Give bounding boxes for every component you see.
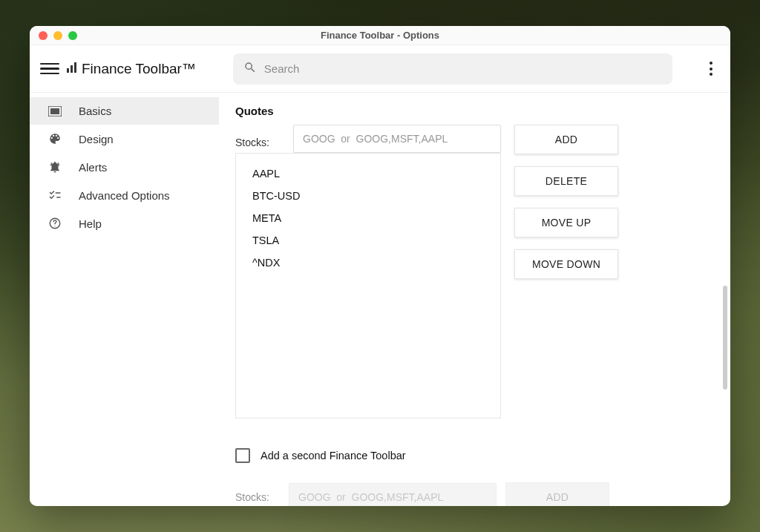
titlebar: Finance Toolbar - Options <box>30 26 730 45</box>
sidebar: Basics Design Alerts Advanced Options <box>30 93 219 506</box>
sidebar-item-label: Basics <box>79 105 111 117</box>
search-icon <box>243 61 257 77</box>
svg-rect-4 <box>50 108 59 114</box>
tools-icon <box>48 188 62 202</box>
menu-icon[interactable] <box>40 59 59 79</box>
add-button[interactable]: ADD <box>514 125 618 154</box>
sidebar-item-design[interactable]: Design <box>30 125 219 153</box>
content: Quotes Stocks: AAPL BTC-USD META TSLA ^N… <box>219 93 730 506</box>
svg-point-6 <box>54 226 55 226</box>
sidebar-item-basics[interactable]: Basics <box>30 97 219 125</box>
sidebar-item-label: Alerts <box>79 161 107 174</box>
sidebar-item-label: Design <box>79 133 114 145</box>
body: Basics Design Alerts Advanced Options <box>30 93 730 506</box>
sidebar-item-help[interactable]: Help <box>30 209 219 237</box>
move-up-button[interactable]: MOVE UP <box>514 208 618 237</box>
sidebar-item-alerts[interactable]: Alerts <box>30 153 219 181</box>
add-button-2: ADD <box>505 482 609 506</box>
list-item[interactable]: BTC-USD <box>236 185 500 207</box>
svg-rect-1 <box>71 65 73 73</box>
help-icon <box>48 217 62 230</box>
list-item[interactable]: AAPL <box>236 162 500 185</box>
bell-icon <box>48 160 62 174</box>
quotes-area: Stocks: AAPL BTC-USD META TSLA ^NDX ADD … <box>235 125 714 418</box>
scrollbar[interactable] <box>723 286 727 390</box>
list-item[interactable]: TSLA <box>236 229 500 252</box>
search-box[interactable] <box>233 53 672 85</box>
stock-symbol-input[interactable] <box>293 125 501 153</box>
app-window: Finance Toolbar - Options Finance Toolba… <box>30 26 730 506</box>
svg-rect-0 <box>67 68 69 73</box>
toolbar: Finance Toolbar™ <box>30 45 730 93</box>
window-title: Finance Toolbar - Options <box>30 30 730 41</box>
list-item[interactable]: ^NDX <box>236 252 500 274</box>
svg-rect-2 <box>74 62 76 73</box>
stocks-label: Stocks: <box>235 129 280 148</box>
search-input[interactable] <box>264 62 662 75</box>
list-item[interactable]: META <box>236 207 500 229</box>
basics-icon <box>48 106 62 116</box>
stocks-label-2: Stocks: <box>235 491 280 503</box>
move-down-button[interactable]: MOVE DOWN <box>514 249 618 279</box>
second-toolbar-label: Add a second Finance Toolbar <box>261 450 406 462</box>
stock-symbol-input-2 <box>289 483 497 506</box>
section-title-quotes: Quotes <box>235 105 714 117</box>
second-toolbar-checkbox[interactable] <box>235 448 250 463</box>
app-title: Finance Toolbar™ <box>82 61 196 77</box>
sidebar-item-advanced[interactable]: Advanced Options <box>30 181 219 209</box>
delete-button[interactable]: DELETE <box>514 166 618 196</box>
app-logo: Finance Toolbar™ <box>67 61 196 77</box>
sidebar-item-label: Help <box>79 217 102 230</box>
palette-icon <box>48 132 62 145</box>
stock-listbox[interactable]: AAPL BTC-USD META TSLA ^NDX <box>235 153 501 418</box>
quote-action-buttons: ADD DELETE MOVE UP MOVE DOWN <box>514 125 618 418</box>
sidebar-item-label: Advanced Options <box>79 189 170 202</box>
more-icon[interactable] <box>702 62 720 76</box>
second-stocks-row: Stocks: ADD <box>235 482 714 506</box>
second-toolbar-row: Add a second Finance Toolbar <box>235 448 714 463</box>
chart-icon <box>67 62 79 76</box>
